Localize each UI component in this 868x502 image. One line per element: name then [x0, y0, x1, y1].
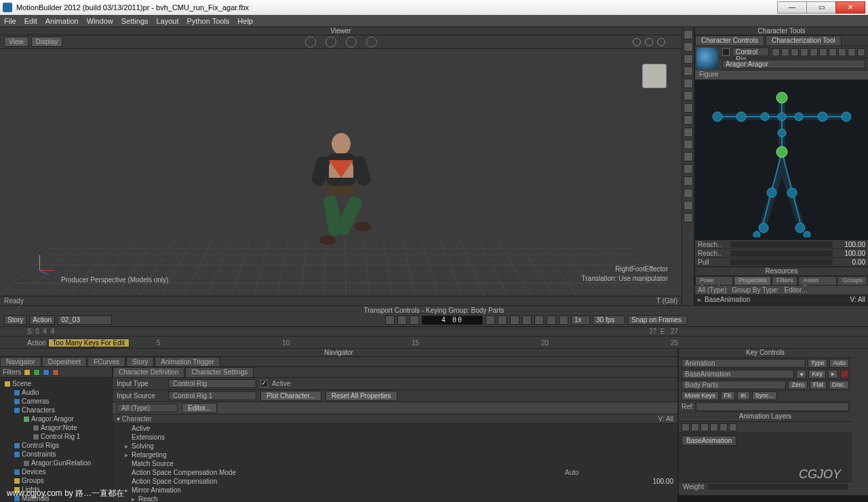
transport-goto-end-icon[interactable]: [547, 315, 556, 325]
figure-view[interactable]: [695, 80, 868, 240]
weight-slider[interactable]: [708, 484, 848, 490]
tool-audio-icon[interactable]: [684, 176, 693, 186]
transport-frame-counter[interactable]: 4 00: [422, 315, 483, 325]
kc-auto[interactable]: Auto: [829, 359, 849, 368]
tree-node[interactable]: Characters: [1, 406, 111, 414]
maximize-button[interactable]: ▭: [806, 1, 836, 14]
transport-step-fwd-icon[interactable]: [522, 315, 532, 325]
kc-ik[interactable]: IK: [737, 391, 750, 400]
tree-node[interactable]: Audio: [1, 388, 111, 397]
layer-tool-6-icon[interactable]: [729, 423, 737, 431]
transport-play-back-icon[interactable]: [486, 315, 495, 325]
nav-tab-fcurves[interactable]: FCurves: [87, 357, 125, 366]
control-rig-dropdown[interactable]: Control Rig: [732, 47, 769, 56]
filter-icon-2[interactable]: [33, 369, 40, 376]
nr-list-vall[interactable]: V: All: [658, 415, 673, 423]
transport-speed[interactable]: 1x: [571, 315, 590, 325]
tool-select-icon[interactable]: [684, 30, 693, 39]
property-row[interactable]: ▸BaseAnimationV: All: [695, 295, 868, 304]
pull-slider[interactable]: [730, 259, 833, 265]
kc-base[interactable]: BaseAnimation: [682, 370, 794, 379]
settings-row[interactable]: ▸Mirror Animation: [113, 486, 677, 495]
settings-row[interactable]: Active: [113, 424, 677, 433]
transport-action[interactable]: Action: [29, 315, 55, 325]
tree-node[interactable]: Scene: [1, 379, 111, 388]
menu-layout[interactable]: Layout: [157, 17, 179, 25]
ct-icon-6[interactable]: [819, 48, 827, 56]
transport-stop-icon[interactable]: [498, 315, 507, 325]
display-button[interactable]: Display: [31, 37, 63, 47]
manipulator-scale-icon[interactable]: [346, 37, 357, 47]
character-name-dropdown[interactable]: Aragor:Aragor: [722, 60, 865, 69]
manipulator-move-icon[interactable]: [305, 37, 316, 47]
figure-tab[interactable]: Figure: [695, 71, 868, 80]
ct-icon-4[interactable]: [800, 48, 808, 56]
minimize-button[interactable]: —: [777, 1, 807, 14]
tree-node[interactable]: Devices: [1, 467, 111, 476]
settings-row[interactable]: ▸Reach: [113, 495, 677, 502]
kc-next-key-icon[interactable]: ▸: [828, 370, 838, 379]
manipulator-free-icon[interactable]: [366, 37, 377, 47]
tool-camera-icon[interactable]: [684, 103, 693, 113]
tool-constraint-icon[interactable]: [684, 128, 693, 137]
filter-icon-1[interactable]: [24, 369, 31, 376]
res-head-all[interactable]: All (Type): [698, 286, 726, 294]
kc-type[interactable]: Type: [808, 359, 828, 368]
layer-baseanimation[interactable]: BaseAnimation: [682, 436, 736, 446]
res-tab-filters[interactable]: Filters: [772, 276, 798, 285]
layer-tool-1-icon[interactable]: [682, 423, 690, 431]
tool-transform-icon[interactable]: [684, 79, 693, 88]
scene-tree[interactable]: SceneAudioCamerasCharactersAragor:Aragor…: [0, 378, 112, 502]
settings-row[interactable]: Match Source: [113, 459, 677, 468]
hud-icon-1[interactable]: [633, 38, 641, 46]
kc-zero[interactable]: Zero: [788, 381, 808, 389]
transport-next-key-icon[interactable]: [534, 315, 544, 325]
ct-icon-9[interactable]: [848, 48, 856, 56]
ct-icon-1[interactable]: [772, 48, 780, 56]
timeline[interactable]: S: 0 4 4 27 E: 27 Action Too Many Keys F…: [0, 327, 868, 349]
settings-row[interactable]: Action Space Compensation ModeAuto: [113, 468, 677, 477]
ct-icon-5[interactable]: [810, 48, 818, 56]
reset-properties-button[interactable]: Reset All Properties: [326, 391, 397, 401]
menu-help[interactable]: Help: [237, 17, 253, 25]
transport-shot[interactable]: 02_03: [58, 315, 112, 325]
kc-animation[interactable]: Animation: [682, 359, 806, 368]
reach-t-value[interactable]: 100.00: [835, 241, 865, 248]
tree-node[interactable]: Groups: [1, 476, 111, 485]
layer-tool-2-icon[interactable]: [691, 423, 699, 431]
tab-char-definition[interactable]: Character Definition: [113, 367, 184, 377]
layer-tool-4-icon[interactable]: [710, 423, 718, 431]
settings-row[interactable]: Action Space Compensation100.00: [113, 477, 677, 486]
character-settings-list[interactable]: ActiveExtensions▸Solving▸RetargetingMatc…: [113, 424, 677, 502]
nav-tab-navigator[interactable]: Navigator: [0, 357, 41, 366]
ct-icon-7[interactable]: [829, 48, 837, 56]
tab-characterization-tool[interactable]: Characterization Tool: [766, 35, 842, 45]
kc-flat[interactable]: Flat: [810, 381, 827, 389]
res-tab-properties[interactable]: Properties: [734, 276, 771, 285]
kc-prev-key-icon[interactable]: ◂: [796, 370, 806, 379]
viewport[interactable]: Producer Perspective (Models only) Right…: [0, 49, 682, 296]
kc-bodyparts[interactable]: Body Parts: [682, 381, 786, 389]
transport-fps[interactable]: 30 fps: [593, 315, 625, 325]
tree-node[interactable]: Aragor:GunRelation: [1, 459, 111, 467]
nav-tab-story[interactable]: Story: [126, 357, 154, 366]
kc-fk[interactable]: FK: [721, 391, 736, 400]
menu-animation[interactable]: Animation: [45, 17, 79, 25]
kc-key[interactable]: Key: [808, 370, 826, 379]
res-head-editor[interactable]: Editor...: [785, 286, 808, 294]
reach-r-slider[interactable]: [730, 250, 833, 256]
tab-char-settings[interactable]: Character Settings: [185, 367, 254, 377]
ct-icon-3[interactable]: [791, 48, 799, 56]
tool-misc2-icon[interactable]: [684, 213, 693, 223]
hud-icon-3[interactable]: [657, 38, 665, 46]
transport-prev-key-icon[interactable]: [397, 315, 407, 325]
menu-file[interactable]: File: [4, 17, 16, 25]
tree-node[interactable]: Aragor:Note: [1, 423, 111, 432]
settings-row[interactable]: Extensions: [113, 433, 677, 442]
nr-editor-button[interactable]: Editor...: [182, 403, 217, 413]
nav-tab-animtrigger[interactable]: Animation Trigger: [155, 357, 220, 366]
input-type-dropdown[interactable]: Control Rig: [168, 379, 256, 388]
res-tab-asset[interactable]: Asset Browser: [798, 276, 837, 285]
settings-row[interactable]: ▸Solving: [113, 442, 677, 450]
nav-tab-dopesheet[interactable]: Dopesheet: [42, 357, 87, 366]
